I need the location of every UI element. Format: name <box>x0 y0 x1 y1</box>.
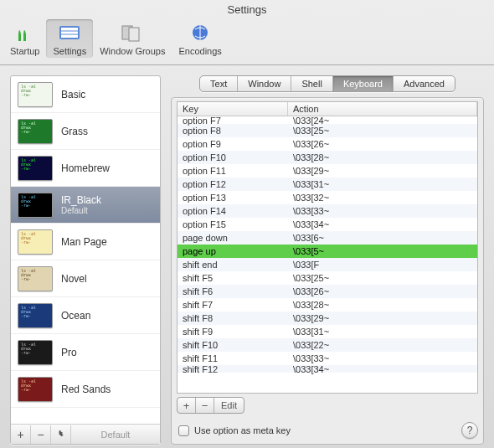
table-row[interactable]: option F12\033[31~ <box>178 178 477 191</box>
settings-icon <box>56 21 83 44</box>
profile-actions-menu[interactable] <box>51 425 71 444</box>
tabs: TextWindowShellKeyboardAdvanced <box>171 75 484 92</box>
table-row[interactable]: shift F12\033[34~ <box>178 365 477 373</box>
table-row[interactable]: shift F8\033[29~ <box>178 312 477 325</box>
cell-key: shift F10 <box>178 340 288 350</box>
help-button[interactable]: ? <box>461 422 478 439</box>
cell-action: \033[34~ <box>288 364 477 374</box>
cell-action: \033[32~ <box>288 193 477 203</box>
profile-thumbnail: ls -aldrwx-rw- <box>18 303 53 328</box>
toolbar-label: Settings <box>53 46 86 56</box>
startup-icon <box>12 21 39 44</box>
table-row[interactable]: option F15\033[34~ <box>178 218 477 231</box>
keyboard-panel: Key Action option F7\033[24~option F8\03… <box>171 97 484 445</box>
profile-grass[interactable]: ls -aldrwx-rw-Grass <box>11 113 160 150</box>
profile-ir-black[interactable]: ls -aldrwx-rw-IR_BlackDefault <box>11 187 160 224</box>
add-binding-button[interactable]: + <box>178 398 196 413</box>
tab-shell[interactable]: Shell <box>291 76 332 91</box>
profile-subtitle: Default <box>61 206 101 215</box>
tab-text[interactable]: Text <box>200 76 238 91</box>
svg-rect-1 <box>23 34 26 41</box>
cell-action: \033[29~ <box>288 313 477 323</box>
table-row[interactable]: shift F10\033[22~ <box>178 338 477 352</box>
profile-list[interactable]: ls -aldrwx-rw-Basicls -aldrwx-rw-Grassls… <box>11 76 160 424</box>
svg-rect-0 <box>18 34 21 41</box>
table-row[interactable]: page down\033[6~ <box>178 231 477 245</box>
table-row[interactable]: shift F6\033[26~ <box>178 285 477 298</box>
table-row[interactable]: option F14\033[33~ <box>178 204 477 218</box>
cell-key: option F9 <box>178 139 288 149</box>
remove-profile-button[interactable]: − <box>31 425 51 444</box>
profile-name: Homebrew <box>61 162 110 174</box>
profile-thumbnail: ls -aldrwx-rw- <box>18 82 53 107</box>
cell-action: \033[5~ <box>288 246 477 256</box>
table-row[interactable]: shift F5\033[25~ <box>178 271 477 285</box>
cell-key: option F7 <box>178 116 288 126</box>
table-row[interactable]: option F9\033[26~ <box>178 137 477 151</box>
profile-thumbnail: ls -aldrwx-rw- <box>18 193 53 218</box>
table-row[interactable]: page up\033[5~ <box>178 245 477 258</box>
cell-key: option F12 <box>178 179 288 189</box>
set-default-button[interactable]: Default <box>71 430 160 440</box>
cell-key: option F8 <box>178 126 288 136</box>
toolbar-startup[interactable]: Startup <box>3 19 46 58</box>
cell-action: \033[34~ <box>288 219 477 229</box>
toolbar: StartupSettingsWindow GroupsEncodings <box>0 18 494 65</box>
column-header-action[interactable]: Action <box>288 102 477 116</box>
table-row[interactable]: option F7\033[24~ <box>178 116 477 124</box>
cell-key: page up <box>178 246 288 256</box>
sidebar-footer: + − Default <box>11 424 160 444</box>
table-footer: + − Edit <box>177 397 478 414</box>
profile-name: Pro <box>61 347 77 358</box>
cell-action: \033[28~ <box>288 300 477 310</box>
cell-action: \033[24~ <box>288 116 477 126</box>
cell-action: \033[25~ <box>288 126 477 136</box>
profile-man-page[interactable]: ls -aldrwx-rw-Man Page <box>11 224 160 260</box>
table-row[interactable]: option F10\033[28~ <box>178 151 477 164</box>
cell-key: option F10 <box>178 152 288 162</box>
tab-advanced[interactable]: Advanced <box>394 76 455 91</box>
keybindings-table[interactable]: Key Action option F7\033[24~option F8\03… <box>177 101 478 394</box>
table-row[interactable]: shift end\033[F <box>178 258 477 271</box>
profile-novel[interactable]: ls -aldrwx-rw-Novel <box>11 260 160 297</box>
toolbar-encodings[interactable]: Encodings <box>172 19 228 58</box>
cell-action: \033[F <box>288 260 477 270</box>
table-row[interactable]: option F8\033[25~ <box>178 124 477 137</box>
cell-action: \033[31~ <box>288 179 477 189</box>
window groups-icon <box>119 21 146 44</box>
edit-binding-button[interactable]: Edit <box>214 398 244 413</box>
cell-key: shift F5 <box>178 273 288 283</box>
profile-ocean[interactable]: ls -aldrwx-rw-Ocean <box>11 297 160 334</box>
cell-key: page down <box>178 233 288 243</box>
add-profile-button[interactable]: + <box>11 425 31 444</box>
remove-binding-button[interactable]: − <box>196 398 214 413</box>
cell-key: shift F11 <box>178 353 288 363</box>
profile-thumbnail: ls -aldrwx-rw- <box>18 266 53 291</box>
cell-action: \033[26~ <box>288 139 477 149</box>
column-header-key[interactable]: Key <box>178 102 288 116</box>
use-option-as-meta-checkbox[interactable] <box>178 425 189 436</box>
svg-rect-3 <box>61 28 78 38</box>
table-row[interactable]: shift F7\033[28~ <box>178 298 477 312</box>
toolbar-settings[interactable]: Settings <box>46 19 93 58</box>
profile-pro[interactable]: ls -aldrwx-rw-Pro <box>11 334 160 371</box>
profile-name: Grass <box>61 126 88 137</box>
cell-key: shift end <box>178 260 288 270</box>
cell-key: shift F7 <box>178 300 288 310</box>
tab-keyboard[interactable]: Keyboard <box>333 76 394 91</box>
profile-basic[interactable]: ls -aldrwx-rw-Basic <box>11 76 160 113</box>
tab-window[interactable]: Window <box>238 76 291 91</box>
cell-key: option F13 <box>178 193 288 203</box>
profile-homebrew[interactable]: ls -aldrwx-rw-Homebrew <box>11 150 160 187</box>
table-row[interactable]: option F11\033[29~ <box>178 164 477 178</box>
cell-key: shift F8 <box>178 313 288 323</box>
toolbar-label: Encodings <box>178 46 221 56</box>
toolbar-window-groups[interactable]: Window Groups <box>93 19 172 58</box>
table-row[interactable]: shift F9\033[31~ <box>178 325 477 338</box>
cell-action: \033[22~ <box>288 340 477 350</box>
table-row[interactable]: option F13\033[32~ <box>178 191 477 204</box>
profile-thumbnail: ls -aldrwx-rw- <box>18 119 53 144</box>
profile-name: Man Page <box>61 236 107 248</box>
profiles-sidebar: ls -aldrwx-rw-Basicls -aldrwx-rw-Grassls… <box>10 75 161 445</box>
profile-red-sands[interactable]: ls -aldrwx-rw-Red Sands <box>11 371 160 408</box>
